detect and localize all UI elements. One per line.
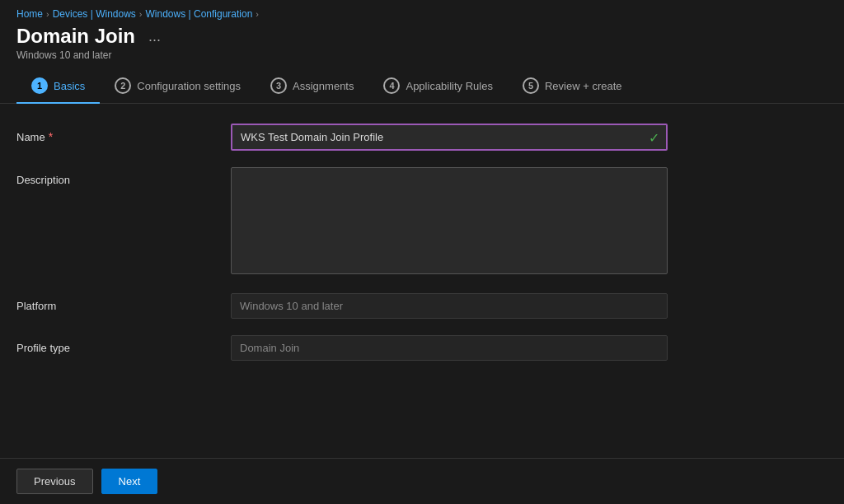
- tab-label-applicability: Applicability Rules: [406, 80, 493, 92]
- description-input-wrapper: [231, 167, 668, 277]
- page-header: Domain Join ... Windows 10 and later: [0, 23, 844, 69]
- tab-assignments[interactable]: 3 Assignments: [256, 69, 368, 104]
- next-button[interactable]: Next: [101, 469, 158, 494]
- tab-label-basics: Basics: [54, 80, 85, 92]
- tab-bar: 1 Basics 2 Configuration settings 3 Assi…: [0, 69, 844, 104]
- breadcrumb-home[interactable]: Home: [16, 8, 43, 20]
- footer: Previous Next: [0, 458, 844, 504]
- breadcrumb-devices-windows[interactable]: Devices | Windows: [53, 8, 136, 20]
- platform-form-row: Platform Windows 10 and later: [16, 293, 828, 319]
- tab-number-applicability: 4: [383, 77, 400, 94]
- previous-button[interactable]: Previous: [16, 469, 93, 494]
- description-form-row: Description: [16, 167, 828, 277]
- tab-configuration-settings[interactable]: 2 Configuration settings: [100, 69, 256, 104]
- tab-review-create[interactable]: 5 Review + create: [508, 69, 637, 104]
- description-label: Description: [16, 167, 231, 186]
- breadcrumb-windows-configuration[interactable]: Windows | Configuration: [146, 8, 253, 20]
- tab-label-review: Review + create: [545, 80, 622, 92]
- tab-number-config: 2: [115, 77, 131, 94]
- page-title: Domain Join: [16, 25, 135, 48]
- platform-input-wrapper: Windows 10 and later: [231, 293, 668, 319]
- name-form-row: Name * ✓: [16, 124, 828, 151]
- tab-number-review: 5: [523, 77, 539, 94]
- platform-label: Platform: [16, 293, 231, 312]
- breadcrumb-sep-2: ›: [139, 9, 143, 19]
- tab-label-assignments: Assignments: [293, 80, 354, 92]
- main-content: Name * ✓ Description Platform Windows 10…: [0, 104, 844, 458]
- more-options-button[interactable]: ...: [143, 26, 166, 47]
- platform-value: Windows 10 and later: [231, 293, 668, 319]
- tab-applicability-rules[interactable]: 4 Applicability Rules: [368, 69, 508, 104]
- breadcrumb-sep-1: ›: [46, 9, 49, 19]
- tab-basics[interactable]: 1 Basics: [16, 69, 100, 104]
- profile-type-label: Profile type: [16, 335, 231, 354]
- tab-label-config: Configuration settings: [137, 80, 241, 92]
- description-textarea[interactable]: [231, 167, 668, 274]
- page-subtitle: Windows 10 and later: [16, 49, 828, 61]
- profile-type-form-row: Profile type Domain Join: [16, 335, 828, 361]
- name-required-indicator: *: [49, 130, 53, 143]
- profile-type-value: Domain Join: [231, 335, 668, 361]
- name-label: Name *: [16, 124, 231, 143]
- tab-number-assignments: 3: [270, 77, 287, 94]
- name-input[interactable]: [231, 124, 668, 151]
- breadcrumb: Home › Devices | Windows › Windows | Con…: [0, 0, 844, 23]
- breadcrumb-sep-3: ›: [256, 9, 259, 19]
- name-input-wrapper: ✓: [231, 124, 668, 151]
- tab-number-basics: 1: [31, 77, 48, 94]
- profile-type-input-wrapper: Domain Join: [231, 335, 668, 361]
- name-valid-icon: ✓: [649, 129, 659, 145]
